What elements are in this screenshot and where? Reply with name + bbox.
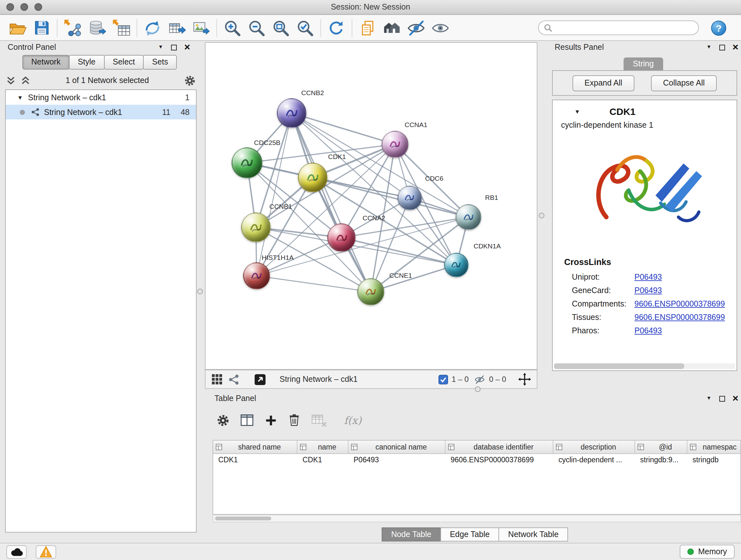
network-node-cdc25b[interactable] (232, 147, 262, 178)
table-settings-button[interactable] (217, 414, 229, 426)
tab-edge-table[interactable]: Edge Table (441, 527, 499, 542)
new-network-button[interactable] (140, 16, 165, 39)
network-edge[interactable] (292, 113, 371, 292)
refresh-view-button[interactable] (324, 16, 348, 39)
open-document-button[interactable] (355, 16, 380, 39)
function-builder-button[interactable]: f(x) (344, 414, 361, 426)
scrollbar-thumb[interactable] (554, 363, 684, 369)
tab-select[interactable]: Select (104, 55, 144, 70)
save-session-button[interactable] (29, 16, 54, 39)
table-row[interactable]: CDK1CDK1P064939606.ENSP00000378699cyclin… (213, 454, 740, 467)
zoom-fit-button[interactable] (269, 16, 293, 39)
protein-header-row[interactable]: ▼ CDK1 (553, 100, 737, 119)
collapse-panel-icon[interactable]: ▼ (706, 396, 711, 401)
delete-column-button[interactable] (288, 414, 300, 427)
collapse-panel-icon[interactable]: ▼ (706, 45, 711, 50)
float-panel-icon[interactable] (719, 395, 725, 401)
network-node-rb1[interactable] (456, 204, 481, 230)
network-node-cdkn1a[interactable] (444, 253, 468, 277)
results-horizontal-scrollbar[interactable] (554, 363, 735, 369)
crosslink-link[interactable]: P06493 (634, 326, 662, 335)
network-node-ccne1[interactable] (357, 278, 384, 305)
open-session-button[interactable] (5, 16, 29, 39)
warnings-button[interactable] (36, 545, 56, 558)
birdseye-view-button[interactable] (228, 374, 239, 385)
tree-expand-icon[interactable]: ▼ (17, 94, 23, 101)
network-node-ccna1[interactable] (382, 131, 408, 158)
memory-button[interactable]: Memory (680, 545, 735, 559)
network-node-cdk1[interactable] (298, 163, 327, 192)
export-table-button[interactable] (165, 16, 189, 39)
create-column-button[interactable] (265, 414, 277, 426)
horizontal-splitter-handle[interactable] (475, 386, 481, 392)
network-node-ccna2[interactable] (327, 224, 355, 252)
tab-sets[interactable]: Sets (143, 55, 177, 70)
cloud-status-button[interactable] (6, 545, 27, 558)
import-network-file-button[interactable] (61, 16, 85, 39)
tab-string[interactable]: String (623, 57, 663, 70)
hidden-eye-icon[interactable] (475, 374, 485, 385)
column-header-canonical-name[interactable]: canonical name (348, 441, 446, 453)
export-image-button[interactable] (189, 16, 213, 39)
home-button[interactable] (380, 16, 404, 39)
column-header-namespac[interactable]: namespac (687, 441, 741, 453)
zoom-selected-button[interactable] (293, 16, 317, 39)
show-all-button[interactable] (428, 16, 453, 39)
column-header-name[interactable]: name (297, 441, 348, 453)
table-horizontal-scrollbar[interactable] (212, 515, 741, 522)
search-box[interactable] (538, 20, 699, 35)
column-header-database-identifier[interactable]: database identifier (446, 441, 553, 453)
hide-selected-button[interactable] (404, 16, 428, 39)
zoom-out-button[interactable] (245, 16, 269, 39)
import-table-file-button[interactable] (109, 16, 133, 39)
vertical-splitter-handle[interactable] (197, 289, 203, 294)
column-header-shared-name[interactable]: shared name (213, 441, 297, 453)
tab-network[interactable]: Network (22, 55, 70, 70)
tab-network-table[interactable]: Network Table (498, 527, 568, 542)
network-node-ccnb1[interactable] (241, 212, 271, 242)
crosslink-link[interactable]: P06493 (634, 272, 662, 281)
scrollbar-thumb[interactable] (215, 516, 271, 520)
network-node-cdc6[interactable] (398, 186, 422, 210)
float-panel-icon[interactable] (719, 44, 725, 50)
collapse-section-icon[interactable]: ▼ (575, 108, 580, 115)
show-columns-button[interactable] (240, 413, 254, 427)
column-header-description[interactable]: description (553, 441, 635, 453)
collapse-all-icon[interactable] (21, 76, 30, 85)
expand-all-icon[interactable] (6, 76, 15, 85)
collapse-panel-icon[interactable]: ▼ (158, 45, 163, 50)
vertical-splitter-handle[interactable] (539, 212, 544, 219)
expand-all-button[interactable]: Expand All (572, 75, 634, 91)
gear-icon[interactable] (185, 75, 195, 86)
zoom-in-button[interactable] (220, 16, 245, 39)
close-panel-icon[interactable]: × (184, 43, 190, 52)
network-edge[interactable] (313, 178, 468, 217)
crosslink-link[interactable]: P06493 (634, 286, 662, 295)
detach-view-button[interactable] (254, 373, 266, 385)
search-input[interactable] (556, 23, 693, 32)
grid-view-button[interactable] (211, 374, 223, 385)
network-edge[interactable] (256, 113, 292, 227)
float-panel-icon[interactable] (171, 44, 177, 50)
close-panel-icon[interactable]: × (732, 43, 738, 52)
crosslink-link[interactable]: 9606.ENSP00000378699 (634, 299, 725, 308)
collapse-all-button[interactable]: Collapse All (651, 75, 717, 91)
help-button[interactable]: ? (706, 16, 731, 39)
tab-style[interactable]: Style (69, 55, 105, 70)
network-collection-row[interactable]: ▼ String Network – cdk1 1 (6, 90, 196, 105)
network-node-ccnb2[interactable] (277, 98, 307, 128)
network-row-selected[interactable]: String Network – cdk1 11 48 (6, 105, 196, 119)
crosslink-link[interactable]: 9606.ENSP00000378699 (634, 313, 725, 321)
delete-table-button[interactable] (312, 414, 327, 427)
fit-selected-button[interactable] (518, 373, 531, 386)
column-header--id[interactable]: @id (635, 441, 687, 453)
network-edge[interactable] (292, 113, 395, 144)
network-edge[interactable] (341, 238, 456, 265)
network-edge[interactable] (257, 276, 371, 292)
import-network-database-button[interactable] (85, 16, 109, 39)
tab-node-table[interactable]: Node Table (382, 527, 441, 542)
close-panel-icon[interactable]: × (732, 394, 738, 403)
network-node-hist1h1a[interactable] (243, 262, 270, 289)
network-canvas[interactable]: CCNB2CCNA1CDC25BCDK1CDC6RB1CCNB1CCNA2CDK… (205, 42, 537, 370)
selected-checkbox-icon[interactable] (438, 374, 448, 384)
